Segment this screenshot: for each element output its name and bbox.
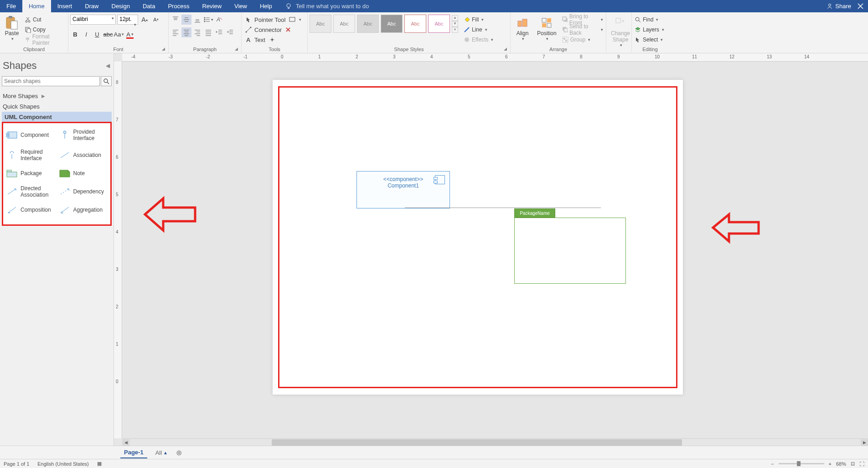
connect-point-button[interactable] [267, 35, 277, 45]
search-button[interactable] [101, 76, 112, 86]
component-shape[interactable]: <<component>> Component1 [356, 171, 450, 208]
find-button[interactable]: Find▾ [634, 15, 665, 25]
more-shapes-button[interactable]: More Shapes▶ [2, 91, 112, 101]
add-page-button[interactable]: ⊕ [176, 448, 182, 457]
font-name-select[interactable]: Calibri [70, 15, 116, 25]
layers-button[interactable]: Layers▾ [634, 25, 665, 35]
shape-aggregation[interactable]: Aggregation [58, 204, 109, 215]
align-top-button[interactable] [170, 15, 181, 25]
strikethrough-button[interactable]: abc [103, 29, 113, 39]
increase-indent-button[interactable] [225, 27, 235, 37]
style-item[interactable]: Abc [428, 15, 450, 33]
horizontal-scrollbar[interactable]: ◀ ▶ [122, 438, 868, 446]
tab-home[interactable]: Home [22, 0, 51, 12]
align-right-button[interactable] [192, 27, 202, 37]
font-launcher-icon[interactable]: ◢ [162, 47, 167, 52]
style-gallery[interactable]: Abc Abc Abc Abc Abc Abc ▲ ▼ ▾ [310, 15, 458, 33]
language-indicator[interactable]: English (United States) [37, 461, 89, 467]
clear-format-button[interactable]: A [214, 15, 224, 25]
share-button[interactable]: Share [827, 3, 851, 10]
underline-button[interactable]: U [92, 29, 102, 39]
align-middle-button[interactable] [181, 15, 191, 25]
shape-directed-association[interactable]: Directed Association [5, 184, 56, 199]
text-tool-button[interactable]: AText [243, 35, 267, 45]
change-case-button[interactable]: Aa▾ [114, 29, 124, 39]
shape-note[interactable]: Note [58, 168, 109, 179]
decrease-indent-button[interactable] [214, 27, 224, 37]
connector-tool-button[interactable]: Connector [243, 25, 284, 35]
style-item[interactable]: Abc [381, 15, 403, 33]
paste-button[interactable]: Paste ▾ [2, 15, 22, 42]
decrease-font-button[interactable]: A▾ [151, 15, 161, 25]
font-color-button[interactable]: A▾ [125, 29, 135, 39]
paragraph-launcher-icon[interactable]: ◢ [235, 47, 240, 52]
style-item[interactable]: Abc [357, 15, 379, 33]
position-button[interactable]: Position▾ [534, 15, 559, 42]
fullscreen-button[interactable]: ⛶ [859, 461, 864, 467]
tab-file[interactable]: File [0, 0, 22, 12]
group-button[interactable]: Group▾ [561, 35, 604, 45]
line-button[interactable]: Line▾ [463, 25, 494, 35]
scroll-right-button[interactable]: ▶ [861, 439, 868, 446]
tab-data[interactable]: Data [136, 0, 161, 12]
gallery-down-button[interactable]: ▼ [452, 21, 458, 27]
shape-component[interactable]: Component [5, 128, 56, 142]
select-button[interactable]: Select▾ [634, 35, 665, 45]
align-center-button[interactable] [181, 27, 191, 37]
send-back-button[interactable]: Send to Back▾ [561, 25, 604, 35]
increase-font-button[interactable]: A▴ [140, 15, 150, 25]
zoom-out-button[interactable]: − [771, 461, 774, 467]
quick-shapes-button[interactable]: Quick Shapes [2, 101, 112, 112]
gallery-up-button[interactable]: ▲ [452, 15, 458, 21]
format-painter-button[interactable]: Format Painter [24, 35, 66, 45]
shape-association[interactable]: Association [58, 148, 109, 162]
macro-icon[interactable]: ▦ [97, 461, 102, 467]
justify-button[interactable] [203, 27, 213, 37]
stencil-header[interactable]: UML Component [2, 112, 112, 122]
tab-view[interactable]: View [228, 0, 253, 12]
page[interactable]: <<component>> Component1 PackageName [273, 80, 683, 395]
cut-button[interactable]: Cut [24, 15, 66, 25]
font-size-select[interactable]: 12pt. [117, 15, 138, 25]
scroll-thumb[interactable] [272, 439, 682, 446]
tab-help[interactable]: Help [253, 0, 279, 12]
connector-line[interactable] [405, 208, 601, 208]
pointer-tool-button[interactable]: Pointer Tool [243, 15, 287, 25]
style-item[interactable]: Abc [333, 15, 355, 33]
page-tab-1[interactable]: Page-1 [120, 447, 147, 458]
fill-button[interactable]: Fill▾ [463, 15, 494, 25]
shape-required-interface[interactable]: Required Interface [5, 148, 56, 162]
shape-package[interactable]: Package [5, 168, 56, 179]
package-shape[interactable]: PackageName [514, 208, 626, 284]
scroll-left-button[interactable]: ◀ [122, 439, 129, 446]
shape-composition[interactable]: Composition [5, 204, 56, 215]
tab-insert[interactable]: Insert [51, 0, 79, 12]
change-shape-button[interactable]: Change Shape▾ [608, 15, 633, 48]
tell-me-search[interactable]: Tell me what you want to do [285, 3, 369, 10]
zoom-in-button[interactable]: + [829, 461, 832, 467]
collapse-panel-icon[interactable]: ◀ [106, 62, 110, 69]
shape-dependency[interactable]: Dependency [58, 184, 109, 199]
all-pages-button[interactable]: All▲ [155, 449, 168, 456]
gallery-more-button[interactable]: ▾ [452, 27, 458, 33]
delete-tool-button[interactable] [284, 25, 293, 35]
tab-process[interactable]: Process [161, 0, 196, 12]
align-bottom-button[interactable] [192, 15, 202, 25]
style-item[interactable]: Abc [404, 15, 426, 33]
close-icon[interactable] [858, 3, 863, 9]
tab-draw[interactable]: Draw [78, 0, 105, 12]
align-left-button[interactable] [170, 27, 181, 37]
effects-button[interactable]: Effects▾ [463, 35, 494, 45]
bullets-button[interactable]: ▾ [203, 15, 213, 25]
tab-design[interactable]: Design [105, 0, 136, 12]
style-item[interactable]: Abc [310, 15, 331, 33]
fit-page-button[interactable]: ⊡ [851, 461, 855, 467]
tab-review[interactable]: Review [196, 0, 228, 12]
bold-button[interactable]: B [70, 29, 80, 39]
zoom-level[interactable]: 68% [836, 461, 846, 467]
align-button[interactable]: Align▾ [512, 15, 532, 42]
shape-styles-launcher-icon[interactable]: ◢ [504, 47, 509, 52]
search-shapes-input[interactable] [2, 76, 100, 86]
zoom-slider[interactable] [779, 463, 824, 464]
shape-provided-interface[interactable]: Provided Interface [58, 128, 109, 142]
